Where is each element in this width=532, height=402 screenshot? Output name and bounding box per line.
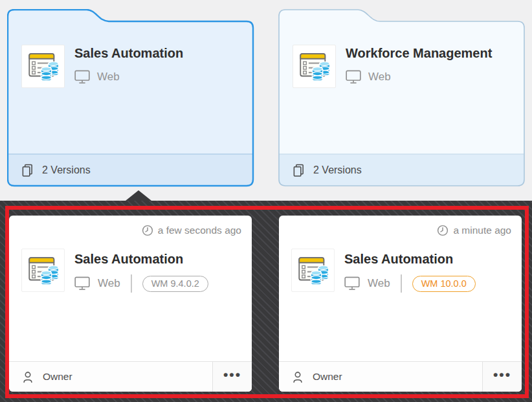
folder-card-sales-automation[interactable]: Sales Automation Web 2 Versions [7,9,254,187]
platform-label: Web [368,277,390,290]
versions-overlay: a few seconds ago Sales Automation Web W… [0,201,532,402]
platform-label: Web [97,71,120,84]
monitor-icon [346,70,361,84]
ellipsis-menu-button[interactable]: ••• [482,362,522,392]
app-gallery-screen: Sales Automation Web 2 Versions Workforc… [0,0,532,402]
folder-title: Sales Automation [74,46,183,61]
platform-label: Web [368,71,391,84]
monitor-icon [344,276,360,291]
version-title: Sales Automation [74,252,208,267]
divider [401,274,402,293]
folder-card-workforce-management[interactable]: Workforce Management Web 2 Versions [278,9,526,187]
version-card-10-0-0[interactable]: a minute ago Sales Automation Web WM 10.… [279,216,522,392]
app-icon [21,249,65,292]
highlight-frame: a few seconds ago Sales Automation Web W… [5,206,529,398]
version-badge: WM 9.4.0.2 [142,276,208,292]
owner-label: Owner [313,371,342,383]
user-icon [291,370,304,384]
version-badge: WM 10.0.0 [412,276,476,292]
divider [131,274,132,293]
versions-icon [21,164,34,177]
clock-icon [437,225,449,236]
app-icon [21,45,65,88]
versions-count-label: 2 Versions [313,164,362,176]
ellipsis-menu-button[interactable]: ••• [212,362,252,392]
platform-label: Web [98,277,120,290]
versions-icon [293,164,305,177]
folder-title: Workforce Management [346,46,492,61]
monitor-icon [74,276,90,291]
owner-label: Owner [43,371,72,383]
version-card-9-4-0-2[interactable]: a few seconds ago Sales Automation Web W… [9,216,252,392]
pointer-arrow-icon [126,190,151,201]
timestamp-label: a few seconds ago [158,225,241,236]
timestamp-label: a minute ago [453,225,511,236]
monitor-icon [74,70,90,84]
versions-count-label: 2 Versions [42,164,91,176]
app-icon [293,45,336,88]
user-icon [21,370,34,384]
clock-icon [142,225,153,236]
version-title: Sales Automation [344,252,476,267]
app-icon [291,249,335,292]
